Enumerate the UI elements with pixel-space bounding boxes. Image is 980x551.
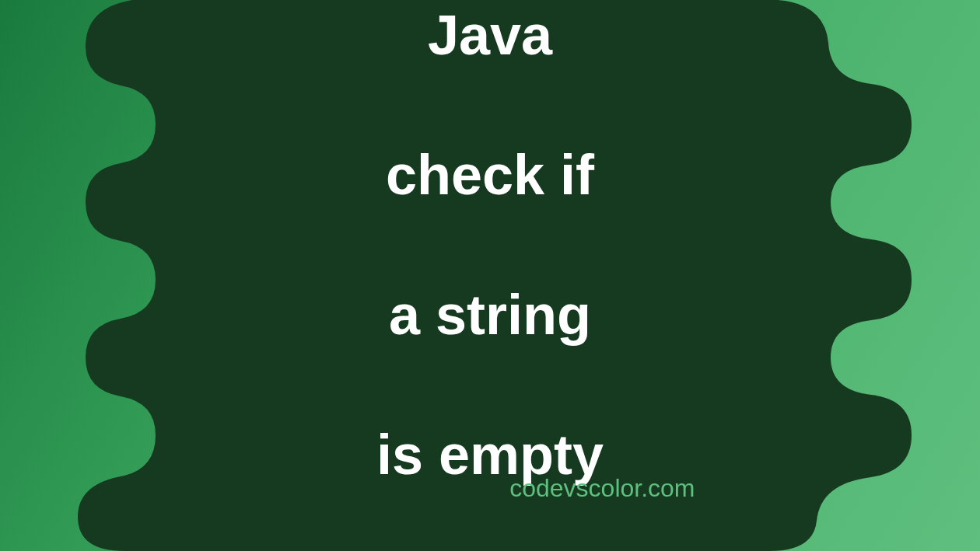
decorative-blob-right	[630, 0, 980, 551]
title-line-1: Java	[376, 0, 604, 69]
title-line-2: check if	[376, 139, 604, 209]
site-attribution: codevscolor.com	[509, 474, 695, 503]
title-line-3: a string	[376, 279, 604, 349]
banner-title: Java check if a string is empty	[376, 0, 604, 551]
banner-canvas: Java check if a string is empty codevsco…	[0, 0, 980, 551]
